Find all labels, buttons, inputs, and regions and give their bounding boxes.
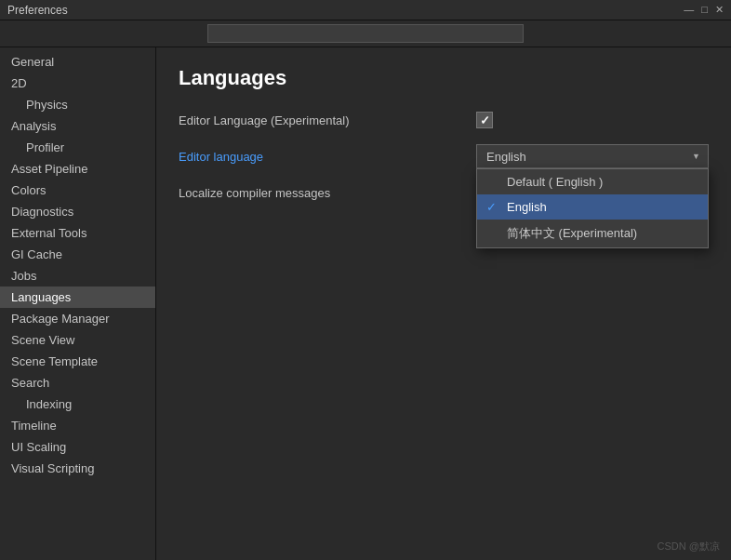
close-button[interactable]: ✕	[715, 4, 724, 16]
language-dropdown-selected[interactable]: English	[476, 144, 709, 168]
editor-language-experimental-checkbox[interactable]	[476, 112, 493, 128]
chinese-label: 简体中文 (Experimental)	[507, 226, 637, 240]
sidebar-item-timeline[interactable]: Timeline	[0, 415, 155, 436]
content-area: Languages Editor Language (Experimental)…	[156, 47, 731, 560]
sidebar-item-ui-scaling[interactable]: UI Scaling	[0, 436, 155, 458]
sidebar-item-scene-template[interactable]: Scene Template	[0, 351, 155, 372]
dropdown-option-chinese[interactable]: 简体中文 (Experimental)	[477, 220, 708, 247]
dropdown-selected-text: English	[486, 150, 526, 164]
minimize-button[interactable]: —	[684, 4, 694, 16]
sidebar-item-gi-cache[interactable]: GI Cache	[0, 244, 155, 265]
english-label: English	[507, 200, 547, 214]
localize-compiler-label: Localize compiler messages	[179, 186, 476, 200]
sidebar-item-profiler[interactable]: Profiler	[0, 137, 155, 158]
language-dropdown-container: English Default ( English ) ✓ English 简体…	[476, 144, 709, 168]
dropdown-option-default[interactable]: Default ( English )	[477, 169, 708, 194]
sidebar-item-diagnostics[interactable]: Diagnostics	[0, 201, 155, 222]
sidebar-item-external-tools[interactable]: External Tools	[0, 222, 155, 244]
dropdown-option-english[interactable]: ✓ English	[477, 194, 708, 220]
sidebar-item-package-manager[interactable]: Package Manager	[0, 308, 155, 329]
watermark: CSDN @默凉	[658, 540, 720, 553]
sidebar-item-2d[interactable]: 2D	[0, 73, 155, 94]
sidebar-item-languages[interactable]: Languages	[0, 287, 155, 308]
title-bar: Preferences — □ ✕	[0, 0, 731, 20]
check-mark-icon: ✓	[486, 200, 497, 214]
language-dropdown-menu: Default ( English ) ✓ English 简体中文 (Expe…	[476, 168, 709, 248]
sidebar-item-general[interactable]: General	[0, 51, 155, 73]
search-bar	[0, 20, 731, 47]
maximize-button[interactable]: □	[701, 4, 708, 16]
page-title: Languages	[179, 66, 709, 90]
sidebar: General2DPhysicsAnalysisProfilerAsset Pi…	[0, 47, 156, 560]
editor-language-link[interactable]: Editor language	[179, 150, 476, 164]
window-title: Preferences	[7, 4, 68, 17]
editor-language-experimental-row: Editor Language (Experimental)	[179, 109, 709, 131]
editor-language-row: Editor language English Default ( Englis…	[179, 144, 709, 168]
main-layout: General2DPhysicsAnalysisProfilerAsset Pi…	[0, 47, 731, 560]
editor-language-experimental-label: Editor Language (Experimental)	[179, 113, 476, 127]
default-english-label: Default ( English )	[507, 175, 603, 189]
sidebar-item-colors[interactable]: Colors	[0, 180, 155, 201]
window-controls[interactable]: — □ ✕	[684, 4, 724, 16]
sidebar-item-asset-pipeline[interactable]: Asset Pipeline	[0, 158, 155, 180]
sidebar-item-scene-view[interactable]: Scene View	[0, 329, 155, 351]
sidebar-item-analysis[interactable]: Analysis	[0, 115, 155, 137]
sidebar-item-indexing[interactable]: Indexing	[0, 393, 155, 415]
sidebar-item-physics[interactable]: Physics	[0, 94, 155, 115]
sidebar-item-visual-scripting[interactable]: Visual Scripting	[0, 458, 155, 479]
sidebar-item-jobs[interactable]: Jobs	[0, 265, 155, 287]
sidebar-item-search[interactable]: Search	[0, 372, 155, 393]
search-input[interactable]	[207, 24, 524, 43]
